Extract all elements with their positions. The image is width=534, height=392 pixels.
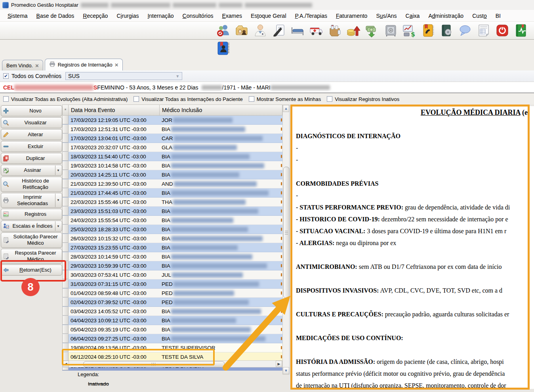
scroll-up-icon[interactable]: ▲	[283, 105, 289, 112]
sidebar-button-solicitacao-parecer-medico[interactable]: Solicitação Parecer Médico	[1, 232, 62, 248]
scroll-down-icon[interactable]: ▼	[283, 367, 289, 374]
financial-report-icon[interactable]: $	[401, 23, 417, 38]
table-row[interactable]: 30/03/2023 07:53:41 UTC -03:00JUL	[62, 270, 282, 280]
sidebar-button-retornar-esc[interactable]: Retornar(Esc)	[1, 265, 62, 276]
header-selector-icon[interactable]: *	[62, 105, 69, 116]
row-selector[interactable]	[62, 216, 69, 225]
chevron-down-icon[interactable]: ▼	[55, 221, 61, 231]
sidebar-button-novo[interactable]: Novo	[1, 105, 62, 116]
menu-item-sus-ans[interactable]: Sus/Ans	[372, 11, 401, 21]
table-row[interactable]: 04/04/2023 10:09:12 UTC -03:00BIA	[62, 316, 282, 325]
sidebar-button-historico-de-retificacao[interactable]: Histórico de Retificação	[1, 177, 62, 192]
row-selector[interactable]	[62, 198, 69, 206]
table-row[interactable]: 21/03/2023 17:44:45 UTC -03:00BIA	[62, 188, 282, 198]
table-row[interactable]: 23/03/2023 15:51:03 UTC -03:00BIA	[62, 207, 282, 216]
table-row[interactable]: 17/03/2023 12:19:05 UTC -03:00JOR	[62, 116, 282, 125]
table-row[interactable]: 28/03/2023 10:14:59 UTC -03:00BIA	[62, 252, 282, 261]
close-icon[interactable]: ×	[35, 63, 39, 69]
tab-registros-de-internacao[interactable]: Registros de Internação×	[45, 59, 123, 70]
pharmacy-stock-icon[interactable]	[327, 23, 343, 38]
row-selector[interactable]	[62, 207, 69, 215]
table-row[interactable]: 05/04/2023 09:35:19 UTC -03:00BIA	[62, 325, 282, 334]
convenio-select[interactable]: SUS ▼	[65, 72, 182, 80]
table-row[interactable]: 19/03/2023 10:14:58 UTC -03:00BIA	[62, 161, 282, 170]
hospital-bed-icon[interactable]	[290, 23, 305, 38]
patient-records-icon[interactable]	[234, 23, 250, 38]
row-selector[interactable]	[62, 143, 69, 152]
chat-icon[interactable]	[457, 23, 473, 38]
menu-item-caixa[interactable]: Caixa	[401, 11, 424, 21]
row-selector[interactable]	[62, 225, 69, 234]
row-selector[interactable]	[62, 134, 69, 143]
row-selector[interactable]	[62, 316, 69, 325]
row-selector[interactable]	[62, 152, 69, 161]
table-row[interactable]: 29/03/2023 10:59:39 UTC -03:00BIA	[62, 261, 282, 270]
doctor-icon[interactable]	[252, 23, 268, 38]
sidebar-button-escalas-e-indices[interactable]: Escalas e Índices▼	[1, 221, 62, 232]
menu-item-custo[interactable]: Custo	[468, 11, 491, 21]
table-row[interactable]: 01/04/2023 08:59:48 UTC -03:00PED	[62, 289, 282, 298]
row-selector[interactable]	[62, 307, 69, 316]
table-row[interactable]: 21/03/2023 12:39:50 UTC -03:00AND	[62, 179, 282, 188]
row-selector[interactable]	[62, 280, 69, 288]
table-row[interactable]: 17/03/2023 20:32:07 UTC -03:00GLA	[62, 143, 282, 152]
row-selector[interactable]	[62, 261, 69, 270]
vertical-scrollbar-thumb[interactable]	[283, 167, 290, 298]
horizontal-scrollbar[interactable]: ◀ ▶	[62, 360, 282, 367]
row-selector[interactable]	[62, 325, 69, 334]
table-row[interactable]: 03/04/2023 14:05:52 UTC -03:00BIA	[62, 307, 282, 316]
chevron-down-icon[interactable]: ▼	[55, 166, 61, 175]
table-row[interactable]: 20/03/2023 14:25:11 UTC -03:00BIA	[62, 170, 282, 179]
prescription-icon[interactable]	[271, 23, 287, 38]
safe-icon[interactable]	[383, 23, 399, 38]
tab-bem-vindo[interactable]: Bem Vindo.×	[2, 60, 43, 70]
menu-item-estoque-geral[interactable]: Estoque Geral	[246, 11, 291, 21]
row-selector[interactable]	[62, 270, 69, 279]
table-row[interactable]: 17/03/2023 13:04:01 UTC -03:00CAR	[62, 134, 282, 143]
table-row[interactable]: 18/03/2023 11:54:40 UTC -03:00BIA	[62, 152, 282, 161]
row-selector[interactable]	[62, 289, 69, 297]
menu-item-consultorios[interactable]: Consultórios	[178, 11, 218, 21]
row-selector[interactable]	[62, 298, 69, 306]
row-selector[interactable]	[62, 179, 69, 188]
table-row[interactable]: 27/03/2023 15:23:55 UTC -03:00BIA	[62, 243, 282, 252]
menu-item-administracao[interactable]: Administração	[424, 11, 468, 21]
chevron-down-icon[interactable]: ▼	[55, 194, 61, 207]
sidebar-button-visualizar[interactable]: Visualizar	[1, 117, 62, 128]
todos-convenios-checkbox[interactable]	[3, 73, 9, 79]
table-row[interactable]: 25/03/2023 18:28:33 UTC -03:00BIA	[62, 225, 282, 234]
table-row[interactable]: 06/04/2023 09:27:25 UTC -03:00BIA	[62, 334, 282, 343]
contacts-book-icon[interactable]	[216, 41, 231, 55]
checkbox-mostrar-somente-as-minhas[interactable]	[249, 96, 254, 102]
finance-down-icon[interactable]	[364, 23, 380, 38]
row-selector[interactable]	[62, 334, 69, 343]
sidebar-button-resposta-parecer-medico[interactable]: Resposta Parecer Médico	[1, 249, 62, 264]
menu-item-recepcao[interactable]: Recepção	[78, 11, 112, 21]
menu-item-faturamento[interactable]: Faturamento	[332, 11, 372, 21]
row-selector[interactable]	[62, 243, 69, 252]
row-selector[interactable]	[62, 188, 69, 197]
menu-item-internacao[interactable]: Internação	[143, 11, 178, 21]
table-row[interactable]: 02/04/2023 07:39:52 UTC -03:00PED	[62, 298, 282, 307]
row-selector[interactable]	[62, 125, 69, 133]
scroll-left-icon[interactable]: ◀	[63, 361, 69, 367]
row-selector[interactable]	[62, 343, 69, 352]
close-icon[interactable]: ×	[115, 62, 118, 68]
menu-item-bi[interactable]: BI	[491, 11, 505, 21]
row-selector[interactable]	[62, 252, 69, 261]
menu-item-exames[interactable]: Exames	[217, 11, 246, 21]
sidebar-button-assinar[interactable]: Assinar▼	[1, 165, 62, 176]
table-row[interactable]: 26/03/2023 10:15:32 UTC -03:00BIA	[62, 234, 282, 243]
sync-patients-icon[interactable]	[215, 23, 231, 38]
table-row[interactable]: 31/03/2023 07:31:15 UTC -03:00PED	[62, 280, 282, 289]
table-row[interactable]: 22/03/2023 15:55:46 UTC -03:00THA	[62, 198, 282, 207]
table-row[interactable]: 17/03/2023 12:51:31 UTC -03:00BIA	[62, 125, 282, 134]
menu-item-p-a-terapias[interactable]: P.A./Terapias	[291, 11, 332, 21]
header-medico-inclusao[interactable]: Médico Inclusão	[160, 105, 282, 116]
row-selector[interactable]	[62, 161, 69, 170]
finance-up-icon[interactable]	[345, 23, 361, 38]
checkbox-visualizar-registros-inativos[interactable]	[327, 96, 332, 102]
row-selector[interactable]	[62, 352, 69, 361]
header-data-hora-evento[interactable]: Data Hora Evento	[69, 105, 160, 116]
sidebar-button-imprimir-selecionadas[interactable]: Imprimir Selecionadas▼	[1, 193, 62, 208]
